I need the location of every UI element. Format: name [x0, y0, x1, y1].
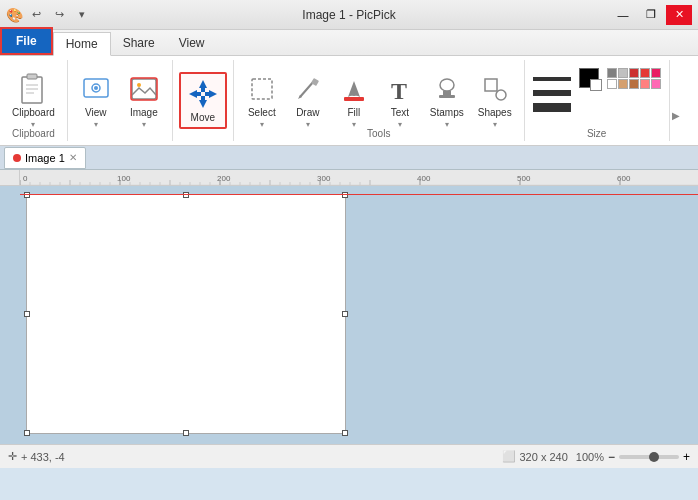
view-image-buttons: View ▾ Image ▾ — [74, 60, 166, 141]
draw-button[interactable]: Draw ▾ — [286, 69, 330, 133]
move-group: Move — [173, 60, 234, 141]
handle-tr[interactable] — [342, 192, 348, 198]
svg-text:500: 500 — [517, 174, 531, 183]
zoom-out-button[interactable]: − — [608, 450, 615, 464]
handle-br[interactable] — [342, 430, 348, 436]
status-right: ⬜ 320 x 240 100% − + — [502, 450, 691, 464]
clipboard-label: Clipboard — [12, 107, 55, 118]
color-swatch-brown[interactable] — [629, 79, 639, 89]
draw-label: Draw — [296, 107, 319, 118]
move-button[interactable]: Move — [179, 72, 227, 129]
close-button[interactable]: ✕ — [666, 5, 692, 25]
line-width-1-button[interactable] — [533, 77, 571, 81]
svg-rect-17 — [311, 77, 319, 85]
color-swatch-gray1[interactable] — [607, 68, 617, 78]
select-button[interactable]: Select ▾ — [240, 69, 284, 133]
handle-mr[interactable] — [342, 311, 348, 317]
zoom-thumb — [649, 452, 659, 462]
image-tab[interactable]: Image 1 ✕ — [4, 147, 86, 169]
tab-modified-dot — [13, 154, 21, 162]
home-tab[interactable]: Home — [53, 32, 111, 56]
shapes-icon — [479, 73, 511, 105]
maximize-button[interactable]: ❐ — [638, 5, 664, 25]
svg-point-25 — [496, 90, 506, 100]
svg-rect-15 — [252, 79, 272, 99]
handle-tl[interactable] — [24, 192, 30, 198]
image-label: Image — [130, 107, 158, 118]
minimize-button[interactable]: — — [610, 5, 636, 25]
color-swatch-tan[interactable] — [618, 79, 628, 89]
tab-bar: Image 1 ✕ — [0, 146, 698, 170]
color-swatch-gray2[interactable] — [618, 68, 628, 78]
stamps-label: Stamps — [430, 107, 464, 118]
zoom-in-button[interactable]: + — [683, 450, 690, 464]
file-tab[interactable]: File — [0, 27, 53, 55]
title-bar-controls: — ❐ ✕ — [610, 5, 692, 25]
move-buttons: Move — [179, 60, 227, 141]
primary-color-swatch[interactable] — [579, 68, 599, 88]
zoom-slider[interactable] — [619, 455, 679, 459]
handle-ml[interactable] — [24, 311, 30, 317]
image-canvas[interactable] — [26, 194, 346, 434]
ribbon-tab-bar: File Home Share View — [0, 30, 698, 56]
canvas-inner — [26, 194, 346, 434]
color-swatch-pink2[interactable] — [651, 79, 661, 89]
svg-point-21 — [440, 79, 454, 91]
size-group: Size — [525, 60, 670, 141]
move-label: Move — [191, 112, 215, 123]
image-tab-close[interactable]: ✕ — [69, 152, 77, 163]
svg-text:200: 200 — [217, 174, 231, 183]
view-label: View — [85, 107, 107, 118]
ribbon-content: Clipboard ▾ Clipboard View ▾ — [0, 56, 698, 146]
color-swatch-red3[interactable] — [651, 68, 661, 78]
svg-marker-14 — [205, 90, 217, 98]
view-button[interactable]: View ▾ — [74, 69, 118, 133]
move-icon — [187, 78, 219, 110]
cursor-position: + 433, -4 — [21, 451, 65, 463]
handle-bl[interactable] — [24, 430, 30, 436]
horizontal-ruler: 0 100 200 300 400 500 600 — [20, 170, 698, 186]
text-button[interactable]: T Text ▾ — [378, 69, 422, 133]
color-swatch-pink1[interactable] — [640, 79, 650, 89]
draw-icon — [292, 73, 324, 105]
ruler-corner — [0, 170, 20, 186]
canvas-size-icon: ⬜ — [502, 450, 516, 463]
image-button[interactable]: Image ▾ — [122, 69, 166, 133]
svg-marker-11 — [199, 80, 207, 92]
svg-text:T: T — [391, 78, 407, 104]
color-swatch-red2[interactable] — [640, 68, 650, 78]
handle-tc[interactable] — [183, 192, 189, 198]
undo-button[interactable]: ↩ — [26, 5, 46, 25]
clipboard-button[interactable]: Clipboard ▾ — [6, 69, 61, 133]
svg-point-9 — [137, 83, 141, 87]
stamps-icon — [431, 73, 463, 105]
text-label: Text — [391, 107, 409, 118]
qa-dropdown-button[interactable]: ▾ — [72, 5, 92, 25]
share-tab[interactable]: Share — [111, 31, 167, 55]
view-arrow: ▾ — [94, 120, 98, 129]
ribbon-expand-button[interactable]: ▶ — [670, 60, 684, 141]
line-width-2-button[interactable] — [533, 90, 571, 96]
cursor-position-icon: ✛ — [8, 450, 17, 463]
svg-rect-1 — [27, 74, 37, 79]
svg-rect-10 — [131, 78, 157, 100]
color-swatch-white[interactable] — [607, 79, 617, 89]
status-bar: ✛ + 433, -4 ⬜ 320 x 240 100% − + — [0, 444, 698, 468]
clipboard-group: Clipboard ▾ Clipboard — [0, 60, 68, 141]
redo-button[interactable]: ↪ — [49, 5, 69, 25]
guide-line-h — [20, 194, 698, 195]
handle-bc[interactable] — [183, 430, 189, 436]
app-icon: 🎨 — [6, 7, 23, 23]
canvas-size-indicator: ⬜ 320 x 240 — [502, 450, 568, 463]
view-tab[interactable]: View — [167, 31, 217, 55]
line-width-3-button[interactable] — [533, 103, 571, 112]
svg-text:600: 600 — [617, 174, 631, 183]
color-swatch-red1[interactable] — [629, 68, 639, 78]
canvas-container — [20, 186, 698, 444]
size-group-label: Size — [525, 128, 669, 139]
fill-button[interactable]: Fill ▾ — [332, 69, 376, 133]
svg-rect-8 — [132, 79, 156, 99]
shapes-label: Shapes — [478, 107, 512, 118]
stamps-button[interactable]: Stamps ▾ — [424, 69, 470, 133]
shapes-button[interactable]: Shapes ▾ — [472, 69, 518, 133]
